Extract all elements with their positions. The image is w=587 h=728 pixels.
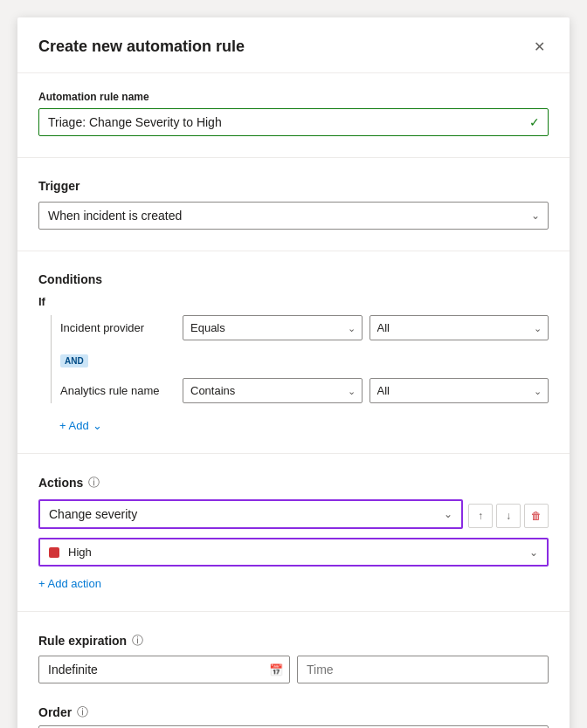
dialog-title: Create new automation rule	[38, 38, 245, 56]
condition-value-1-select[interactable]: All Azure Sentinel	[369, 315, 549, 340]
automation-name-section: Automation rule name ✓	[38, 91, 549, 136]
close-button[interactable]: ✕	[530, 35, 549, 58]
action-move-down-button[interactable]: ↓	[496, 504, 521, 528]
conditions-label: Conditions	[38, 272, 549, 286]
divider-3	[17, 453, 570, 454]
condition-operator-1-select[interactable]: Equals Contains Does not equal	[183, 315, 363, 340]
severity-select[interactable]: High Medium Low Informational	[40, 539, 547, 565]
expiration-row: 📅	[38, 656, 549, 683]
actions-header: Actions ⓘ	[38, 475, 549, 491]
order-label: Order	[38, 705, 72, 719]
add-action-button[interactable]: + Add action	[38, 577, 101, 590]
condition-row-2: Analytics rule name Contains Equals Does…	[60, 378, 549, 403]
order-section: Order ⓘ	[38, 704, 549, 728]
order-info-icon: ⓘ	[77, 704, 88, 720]
rule-expiration-label: Rule expiration	[38, 634, 127, 648]
expiration-time-wrapper	[297, 656, 549, 683]
add-condition-chevron-icon: ⌄	[93, 419, 102, 432]
divider-2	[17, 251, 570, 251]
condition-row-1: Incident provider Equals Contains Does n…	[60, 315, 549, 340]
add-condition-label: + Add	[59, 419, 89, 432]
conditions-section: Conditions If Incident provider Equals C…	[38, 272, 549, 432]
automation-name-input-wrapper: ✓	[38, 108, 549, 136]
rule-expiration-info-icon: ⓘ	[132, 633, 143, 649]
actions-info-icon: ⓘ	[88, 475, 100, 491]
automation-name-input[interactable]	[38, 108, 549, 136]
dialog-body: Automation rule name ✓ Trigger When inci…	[17, 73, 570, 728]
action-type-select-wrapper: Change severity Change status Change own…	[40, 501, 461, 527]
trigger-select[interactable]: When incident is created When incident i…	[38, 202, 549, 230]
action-move-up-button[interactable]: ↑	[468, 504, 493, 528]
automation-name-label: Automation rule name	[38, 91, 549, 103]
create-automation-dialog: Create new automation rule ✕ Automation …	[17, 17, 570, 728]
expiration-time-input[interactable]	[297, 656, 549, 683]
action-type-select[interactable]: Change severity Change status Change own…	[40, 501, 461, 527]
severity-row: High Medium Low Informational ⌄	[38, 538, 549, 567]
expiration-date-input[interactable]	[38, 656, 290, 683]
trigger-section: Trigger When incident is created When in…	[38, 179, 549, 230]
rule-expiration-section: Rule expiration ⓘ 📅	[38, 633, 549, 683]
severity-select-border: High Medium Low Informational ⌄	[38, 538, 549, 567]
expiration-date-wrapper: 📅	[38, 656, 290, 683]
and-badge: AND	[60, 354, 88, 367]
action-controls: ↑ ↓ 🗑	[468, 504, 549, 528]
calendar-icon: 📅	[269, 663, 283, 676]
condition-operator-2-wrapper: Contains Equals Does not contain ⌄	[183, 378, 363, 403]
condition-value-2-wrapper: All Azure Sentinel ⌄	[369, 378, 549, 403]
add-action-label: + Add action	[38, 577, 101, 590]
condition-selects-1: Equals Contains Does not equal ⌄ All Azu…	[183, 315, 549, 340]
condition-label-1: Incident provider	[60, 321, 174, 334]
move-down-icon: ↓	[506, 510, 511, 522]
order-header: Order ⓘ	[38, 704, 549, 720]
severity-select-wrapper: High Medium Low Informational ⌄	[40, 539, 547, 565]
action-select-main-wrapper: Change severity Change status Change own…	[38, 499, 463, 529]
actions-section: Actions ⓘ Change severity Change status …	[38, 475, 549, 590]
condition-operator-2-select[interactable]: Contains Equals Does not contain	[183, 378, 363, 403]
conditions-block: Incident provider Equals Contains Does n…	[51, 315, 549, 403]
action-delete-button[interactable]: 🗑	[524, 504, 549, 528]
move-up-icon: ↑	[478, 510, 483, 522]
action-main-row: Change severity Change status Change own…	[38, 499, 549, 532]
divider-4	[17, 611, 570, 612]
delete-icon: 🗑	[531, 510, 542, 522]
condition-operator-1-wrapper: Equals Contains Does not equal ⌄	[183, 315, 363, 340]
actions-label: Actions	[38, 476, 83, 490]
condition-label-2: Analytics rule name	[60, 384, 174, 397]
if-label: If	[38, 295, 549, 308]
severity-dot-icon	[49, 547, 59, 558]
dialog-header: Create new automation rule ✕	[17, 17, 570, 73]
trigger-select-wrapper: When incident is created When incident i…	[38, 202, 549, 230]
condition-value-2-select[interactable]: All Azure Sentinel	[369, 378, 549, 403]
validation-check-icon: ✓	[529, 115, 540, 129]
condition-value-1-wrapper: All Azure Sentinel ⌄	[369, 315, 549, 340]
condition-selects-2: Contains Equals Does not contain ⌄ All A…	[183, 378, 549, 403]
divider-1	[17, 157, 570, 158]
rule-expiration-header: Rule expiration ⓘ	[38, 633, 549, 649]
add-condition-button[interactable]: + Add ⌄	[59, 419, 102, 432]
trigger-label: Trigger	[38, 179, 549, 193]
